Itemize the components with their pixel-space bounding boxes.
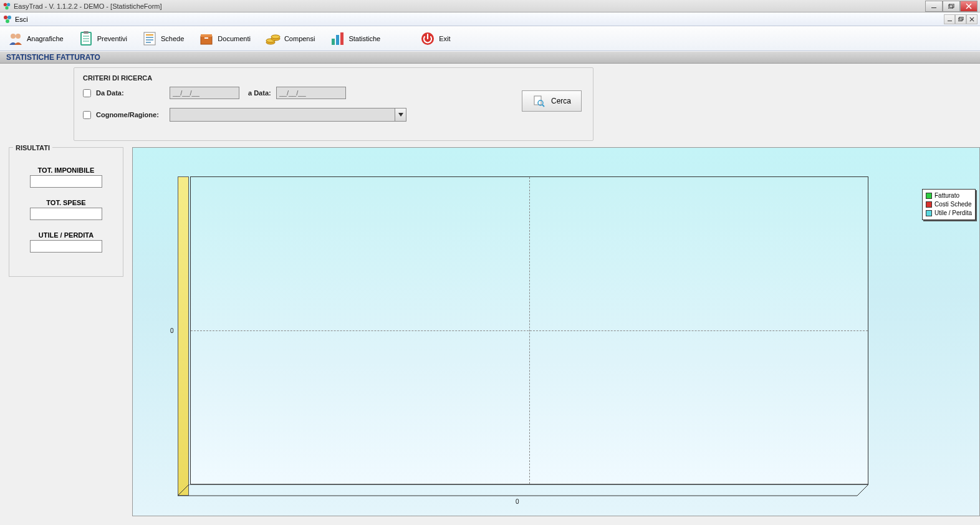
window-close-button[interactable]	[960, 1, 978, 12]
svg-rect-27	[201, 34, 212, 37]
utile-perdita-value	[30, 240, 102, 253]
tot-imponibile-label: TOT. IMPONIBILE	[21, 166, 112, 174]
svg-rect-35	[340, 32, 343, 45]
legend-label: Utile / Perdita	[934, 209, 972, 218]
power-icon	[419, 30, 436, 47]
svg-rect-25	[146, 42, 151, 43]
results-panel: RISULTATI TOT. IMPONIBILE TOT. SPESE UTI…	[9, 147, 123, 277]
main-toolbar: Anagrafiche Preventivi Schede Documenti …	[0, 26, 980, 51]
menu-bar: Esci	[0, 12, 980, 26]
chart-ytick: 0	[170, 327, 174, 334]
svg-rect-24	[146, 39, 153, 41]
search-criteria-panel: CRITERI DI RICERCA Da Data: a Data: Cogn…	[74, 67, 593, 141]
svg-rect-34	[336, 35, 339, 45]
svg-point-14	[11, 34, 16, 39]
tot-spese-value	[30, 208, 102, 220]
results-title: RISULTATI	[13, 143, 52, 153]
svg-rect-28	[204, 37, 208, 39]
exit-icon	[2, 14, 12, 24]
svg-rect-3	[948, 5, 953, 9]
toolbar-schede-label: Schede	[161, 35, 184, 42]
tot-imponibile-value	[30, 175, 102, 188]
box-icon	[198, 30, 215, 47]
cognome-combo[interactable]	[170, 108, 406, 122]
toolbar-documenti-label: Documenti	[218, 35, 251, 42]
window-minimize-button[interactable]	[925, 1, 943, 12]
cerca-button[interactable]: Cerca	[522, 90, 582, 112]
legend-swatch	[926, 201, 932, 208]
chart-plot	[190, 176, 868, 484]
toolbar-schede[interactable]: Schede	[138, 28, 195, 49]
cognome-checkbox[interactable]	[83, 111, 91, 119]
legend-swatch	[926, 193, 932, 199]
legend-swatch	[926, 210, 932, 216]
svg-rect-4	[949, 4, 954, 7]
window-title: EasyTrad - V. 1.1.2.2 - DEMO - [Statisti…	[14, 2, 162, 10]
svg-marker-40	[178, 484, 868, 496]
svg-rect-33	[332, 39, 335, 45]
da-data-checkbox[interactable]	[83, 89, 91, 97]
coins-icon	[264, 30, 282, 47]
da-data-input[interactable]	[170, 87, 239, 99]
svg-point-32	[271, 35, 280, 39]
menu-esci[interactable]: Esci	[15, 16, 28, 23]
mdi-restore-button[interactable]	[955, 14, 966, 24]
toolbar-exit[interactable]: Exit	[416, 28, 461, 49]
legend-item: Fatturato	[926, 191, 972, 200]
svg-point-15	[16, 34, 21, 39]
form-icon	[141, 30, 158, 47]
toolbar-preventivi-label: Preventivi	[97, 35, 127, 42]
cognome-label: Cognome/Ragione:	[96, 111, 165, 118]
cognome-combo-button[interactable]	[395, 108, 406, 122]
toolbar-anagrafiche-label: Anagrafiche	[27, 35, 64, 42]
toolbar-exit-label: Exit	[439, 35, 450, 42]
bar-chart-icon	[329, 30, 346, 47]
toolbar-statistiche-label: Statistiche	[348, 35, 380, 42]
window-maximize-button[interactable]	[943, 1, 960, 12]
svg-point-1	[7, 2, 10, 6]
tot-spese-label: TOT. SPESE	[21, 199, 112, 206]
legend-item: Utile / Perdita	[926, 209, 972, 218]
chart-legend: Fatturato Costi Schede Utile / Perdita	[922, 189, 976, 220]
svg-point-0	[4, 2, 7, 6]
a-data-label: a Data:	[248, 89, 271, 97]
svg-rect-17	[84, 31, 89, 34]
clipboard-icon	[77, 30, 95, 47]
svg-rect-23	[146, 37, 153, 38]
toolbar-statistiche[interactable]: Statistiche	[325, 28, 391, 49]
svg-point-8	[7, 16, 11, 19]
da-data-label: Da Data:	[96, 89, 165, 97]
chart-3d-floor	[178, 484, 870, 498]
chevron-down-icon	[398, 113, 403, 117]
toolbar-compensi-label: Compensi	[284, 35, 315, 42]
svg-line-39	[542, 105, 544, 107]
toolbar-compensi[interactable]: Compensi	[261, 28, 326, 49]
chart-gridline-h	[191, 330, 868, 331]
people-icon	[7, 30, 24, 47]
cognome-combo-input[interactable]	[170, 108, 395, 122]
app-icon	[2, 2, 11, 11]
mdi-minimize-button[interactable]	[944, 14, 955, 24]
chart-3d-wall	[178, 176, 189, 496]
svg-point-7	[4, 16, 7, 19]
legend-label: Costi Schede	[934, 200, 971, 209]
a-data-input[interactable]	[276, 87, 346, 99]
chart-area: 0 0 Fatturato Costi Schede Utile / Perdi…	[132, 147, 980, 516]
toolbar-anagrafiche[interactable]: Anagrafiche	[4, 28, 74, 49]
svg-point-9	[6, 19, 9, 23]
svg-point-2	[5, 6, 8, 9]
cerca-label: Cerca	[551, 97, 571, 105]
svg-rect-26	[201, 36, 212, 44]
toolbar-preventivi[interactable]: Preventivi	[74, 28, 138, 49]
legend-item: Costi Schede	[926, 200, 972, 209]
utile-perdita-label: UTILE / PERDITA	[21, 231, 112, 239]
window-titlebar: EasyTrad - V. 1.1.2.2 - DEMO - [Statisti…	[0, 0, 980, 12]
svg-rect-22	[146, 34, 153, 36]
search-doc-icon	[532, 95, 545, 107]
legend-label: Fatturato	[934, 191, 959, 200]
chart-xtick: 0	[516, 498, 519, 505]
criteria-title: CRITERI DI RICERCA	[83, 74, 584, 82]
section-header: STATISTICHE FATTURATO	[0, 51, 980, 64]
toolbar-documenti[interactable]: Documenti	[195, 28, 261, 49]
mdi-close-button[interactable]	[966, 14, 978, 24]
